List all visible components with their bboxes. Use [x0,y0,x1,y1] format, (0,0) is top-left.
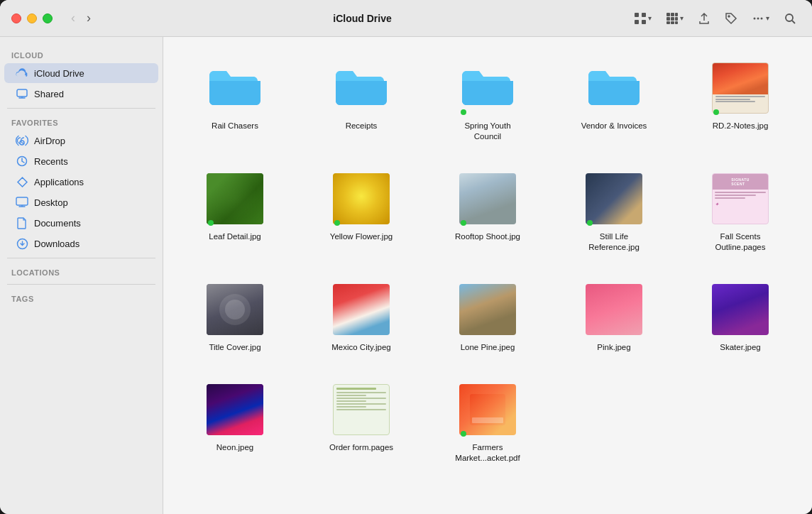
file-item-skater[interactable]: Skater.jpeg [683,275,798,359]
svg-line-18 [792,21,795,23]
sidebar-label-shared: Shared [34,89,64,99]
sidebar-item-shared[interactable]: Shared [4,84,158,104]
tag-button[interactable] [720,9,742,28]
file-item-spring-youth[interactable]: Spring Youth Council [430,54,545,148]
applications-icon [16,175,28,188]
file-item-vendor-invoices[interactable]: Vendor & Invoices [556,54,671,148]
sidebar-label-desktop: Desktop [34,197,68,208]
thumbnail-mexico-city [333,281,390,338]
minimize-button[interactable] [27,13,37,23]
file-name-leaf: Leaf Detail.jpg [209,231,261,242]
titlebar-actions: ▾ ▾ [630,9,801,28]
sidebar-item-airdrop[interactable]: AirDrop [4,131,158,151]
file-name-yellow-flower: Yellow Flower.jpg [330,231,393,242]
nav-arrows: ‹ › [67,9,95,27]
svg-rect-6 [675,13,678,16]
svg-rect-8 [671,17,674,21]
sidebar: iCloud iCloud Drive Shared [0,37,163,514]
file-item-farmers-market[interactable]: Farmers Market...acket.pdf [430,376,545,469]
svg-rect-9 [675,17,678,21]
more-chevron: ▾ [766,14,769,22]
grid-icon [634,12,647,25]
file-item-leaf-detail[interactable]: Leaf Detail.jpg [177,165,292,258]
sidebar-item-downloads[interactable]: Downloads [4,234,158,253]
svg-rect-5 [671,13,674,16]
file-name-skater: Skater.jpeg [720,342,761,353]
folder-icon-spring-youth [459,60,516,116]
file-name-neon: Neon.jpeg [216,442,253,453]
file-item-mexico-city[interactable]: Mexico City.jpeg [304,275,419,359]
window-title: iCloud Drive [104,13,621,24]
airdrop-icon [16,134,28,147]
file-item-rd-notes[interactable]: RD.2-Notes.jpg [683,54,798,148]
file-name-order-form: Order form.pages [329,442,393,453]
share-icon [698,12,710,25]
svg-rect-19 [17,89,27,97]
thumbnail-neon [207,381,263,438]
sidebar-section-icloud: iCloud [0,45,163,62]
file-item-rooftop[interactable]: Rooftop Shoot.jpg [430,165,545,258]
thumbnail-yellow-flower [333,170,390,227]
sidebar-item-documents[interactable]: Documents [4,213,158,233]
close-button[interactable] [11,13,21,23]
file-item-order-form[interactable]: Order form.pages [304,376,419,469]
file-name-mexico-city: Mexico City.jpeg [331,342,391,353]
thumbnail-rooftop [459,170,516,227]
sidebar-item-icloud-drive[interactable]: iCloud Drive [4,63,158,83]
gallery-chevron: ▾ [680,14,684,22]
share-button[interactable] [693,9,715,28]
view-icon-button[interactable]: ▾ [630,9,656,28]
file-item-title-cover[interactable]: Title Cover.jpg [177,275,292,359]
sync-dot-spring [461,109,466,115]
file-item-fall-scents[interactable]: SIGNATUSCENT ✦ Fall Scents Outline.pages [683,165,798,258]
svg-point-15 [757,17,759,19]
sidebar-label-recents: Recents [34,156,68,167]
sidebar-section-locations: Locations [0,263,163,280]
sidebar-label-airdrop: AirDrop [34,136,65,146]
downloads-icon [16,237,28,250]
shared-icon [16,87,28,100]
sync-dot-yellow-flower [334,220,340,226]
sidebar-divider-3 [7,284,155,285]
maximize-button[interactable] [43,13,53,23]
documents-icon [16,217,28,229]
file-name-spring-youth: Spring Youth Council [452,121,523,142]
svg-point-16 [761,17,763,19]
file-item-rail-chasers[interactable]: Rail Chasers [177,54,292,148]
forward-button[interactable]: › [82,9,95,27]
sidebar-label-documents: Documents [34,218,81,229]
file-item-still-life[interactable]: Still Life Reference.jpg [556,165,671,258]
sync-dot-still-life [587,220,593,226]
sidebar-item-applications[interactable]: Applications [4,172,158,192]
sidebar-item-recents[interactable]: Recents [4,151,158,171]
traffic-lights [11,13,53,23]
file-item-neon[interactable]: Neon.jpeg [177,376,292,469]
file-item-yellow-flower[interactable]: Yellow Flower.jpg [304,165,419,258]
file-item-pink[interactable]: Pink.jpeg [556,275,671,359]
thumbnail-skater [712,281,769,338]
file-area: Rail Chasers Receipts [163,37,812,514]
file-grid: Rail Chasers Receipts [177,54,798,469]
file-item-lone-pine[interactable]: Lone Pine.jpeg [430,275,545,359]
svg-rect-7 [666,17,670,21]
search-button[interactable] [779,9,801,28]
sidebar-item-desktop[interactable]: Desktop [4,192,158,212]
sync-dot-rd [713,109,719,115]
svg-rect-12 [675,21,678,24]
back-button[interactable]: ‹ [67,9,79,27]
view-gallery-button[interactable]: ▾ [662,9,688,28]
sidebar-label-applications: Applications [34,177,84,187]
more-button[interactable]: ▾ [747,9,774,28]
sidebar-divider-1 [7,108,155,109]
sidebar-section-favorites: Favorites [0,113,163,130]
tag-icon [725,12,737,25]
file-item-receipts[interactable]: Receipts [304,54,419,148]
file-name-rail-chasers: Rail Chasers [212,121,258,131]
finder-window: ‹ › iCloud Drive ▾ ▾ [0,0,812,514]
file-name-receipts: Receipts [346,121,378,131]
sync-dot-farmers [461,431,466,437]
folder-icon-rail-chasers [207,60,263,116]
svg-rect-4 [666,13,670,16]
svg-point-17 [786,14,793,21]
thumbnail-title-cover [207,281,263,338]
